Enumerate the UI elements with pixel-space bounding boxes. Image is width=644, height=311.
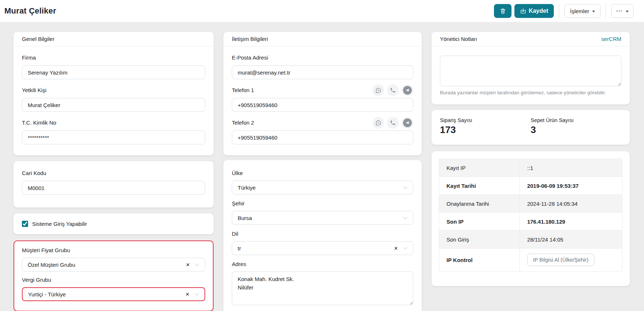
- whatsapp-icon: [375, 87, 382, 94]
- city-field: Şehir Bursa: [232, 200, 413, 225]
- street-address-label: Adres: [232, 261, 413, 267]
- actions-dropdown-label: İşlemler: [570, 8, 589, 14]
- telegram-icon: [403, 118, 412, 127]
- toolbar-separator: [559, 4, 559, 18]
- whatsapp-button[interactable]: [372, 84, 384, 96]
- clear-icon[interactable]: ✕: [183, 292, 192, 297]
- login-permission-label: Sisteme Giriş Yapabilir: [32, 221, 87, 227]
- country-value: Türkiye: [238, 185, 400, 191]
- column-general: Genel Bilgiler Firma Yetkili Kişi T.C. K…: [14, 32, 214, 311]
- contact-info-title: İletişim Bilgileri: [232, 36, 268, 42]
- row-value: 176.41.180.129: [520, 213, 622, 231]
- telegram-button[interactable]: [402, 84, 413, 96]
- telegram-button[interactable]: [402, 117, 413, 129]
- general-info-header: Genel Bilgiler: [14, 32, 214, 46]
- clear-icon[interactable]: ✕: [392, 246, 400, 251]
- country-select[interactable]: Türkiye: [232, 181, 413, 194]
- save-button[interactable]: Kaydet: [514, 4, 554, 18]
- phone2-input[interactable]: [232, 130, 413, 144]
- phone2-field-wrap: Telefon 2: [232, 120, 413, 144]
- chevron-down-icon: [195, 262, 199, 266]
- general-info-title: Genel Bilgiler: [22, 36, 54, 42]
- city-select[interactable]: Bursa: [232, 211, 413, 225]
- row-label: Kayıt Tarihi: [439, 177, 520, 195]
- telegram-icon: [403, 86, 412, 95]
- contact-person-field: Yetkili Kişi: [22, 87, 205, 112]
- table-row: Kayıt Tarihi 2019-06-09 19:53:37: [439, 177, 622, 195]
- price-group-select[interactable]: Özel Müşteri Grubu ✕: [22, 258, 205, 272]
- row-value: IP Bilgisi Al (Ülke/Şehir): [520, 249, 622, 272]
- contact-info-card: İletişim Bilgileri E-Posta Adresi Telefo…: [223, 32, 422, 155]
- row-label: Son IP: [439, 213, 520, 231]
- login-permission-checkbox[interactable]: [22, 221, 28, 227]
- cart-count-value: 3: [531, 124, 622, 136]
- delete-button[interactable]: [494, 4, 511, 18]
- actions-dropdown-button[interactable]: İşlemler: [564, 4, 601, 18]
- table-row: Son Giriş 28/11/24 14:05: [439, 231, 622, 249]
- chevron-down-icon: [403, 215, 407, 219]
- whatsapp-icon: [375, 120, 382, 126]
- city-value: Bursa: [238, 215, 400, 221]
- company-input[interactable]: [22, 65, 205, 79]
- page-title: Murat Çeliker: [4, 6, 56, 16]
- tax-group-field: Vergi Grubu Yurtiçi - Türkiye ✕: [22, 277, 205, 301]
- login-permission-card: Sisteme Giriş Yapabilir: [14, 213, 214, 234]
- admin-notes-helper-text: Burada yazılanlar müşteri tarafından gör…: [440, 90, 621, 95]
- whatsapp-button[interactable]: [372, 117, 384, 129]
- contact-person-input[interactable]: [22, 98, 205, 112]
- row-label: Son Giriş: [439, 231, 520, 249]
- order-count-value: 173: [440, 124, 531, 136]
- admin-notes-title: Yönetici Notları: [440, 36, 477, 42]
- more-dropdown-button[interactable]: ⋯: [611, 4, 633, 18]
- sercrm-link[interactable]: serCRM: [601, 36, 621, 42]
- row-label: IP Kontrol: [439, 249, 520, 272]
- email-field-wrap: E-Posta Adresi: [232, 54, 413, 79]
- phone1-input[interactable]: [232, 98, 413, 112]
- table-row: IP Kontrol IP Bilgisi Al (Ülke/Şehir): [439, 249, 622, 272]
- call-button[interactable]: [387, 84, 399, 96]
- chevron-down-icon: [592, 11, 595, 12]
- chevron-down-icon: [403, 185, 407, 189]
- national-id-field: T.C. Kimlik No: [22, 120, 205, 144]
- account-code-input[interactable]: [22, 181, 205, 195]
- save-icon: [520, 8, 526, 14]
- price-group-value: Özel Müşteri Grubu: [28, 262, 184, 268]
- phone1-actions: [372, 84, 413, 96]
- phone-icon: [390, 87, 396, 93]
- street-address-textarea[interactable]: [232, 272, 413, 305]
- contact-person-label: Yetkili Kişi: [22, 87, 205, 93]
- country-label: Ülke: [232, 170, 413, 176]
- national-id-input[interactable]: [22, 130, 205, 144]
- tax-group-select[interactable]: Yurtiçi - Türkiye ✕: [22, 287, 205, 301]
- tax-group-label: Vergi Grubu: [22, 277, 205, 283]
- activity-card: Kayıt IP ::1 Kayıt Tarihi 2019-06-09 19:…: [432, 151, 630, 286]
- call-button[interactable]: [387, 117, 399, 129]
- account-code-label: Cari Kodu: [22, 170, 205, 176]
- chevron-down-icon: [195, 291, 199, 295]
- toolbar-separator: [606, 4, 606, 18]
- row-value: 2019-06-09 19:53:37: [520, 177, 622, 195]
- column-contact: İletişim Bilgileri E-Posta Adresi Telefo…: [223, 32, 422, 311]
- ellipsis-icon: ⋯: [616, 7, 623, 15]
- language-select[interactable]: tr ✕: [232, 241, 413, 255]
- table-row: Kayıt IP ::1: [439, 159, 622, 177]
- admin-notes-textarea[interactable]: [440, 56, 621, 86]
- company-label: Firma: [22, 54, 205, 61]
- top-bar: Murat Çeliker Kaydet İşlemler: [0, 0, 644, 22]
- row-value: 28/11/24 14:05: [520, 231, 622, 249]
- address-card: Ülke Türkiye Şehir Bursa Dil: [223, 160, 422, 311]
- admin-notes-header: Yönetici Notları serCRM: [432, 32, 630, 46]
- email-field[interactable]: [232, 65, 413, 79]
- row-label: Kayıt IP: [439, 159, 520, 177]
- city-label: Şehir: [232, 200, 413, 206]
- row-value: 2024-11-28 14:05:34: [520, 195, 622, 213]
- ip-lookup-button[interactable]: IP Bilgisi Al (Ülke/Şehir): [527, 254, 594, 266]
- country-field: Ülke Türkiye: [232, 170, 413, 194]
- street-address-field: Adres: [232, 261, 413, 306]
- phone2-actions: [372, 117, 413, 129]
- order-count-stat: Sipariş Sayısı 173: [440, 117, 531, 136]
- phone1-field-wrap: Telefon 1: [232, 87, 413, 112]
- email-label: E-Posta Adresi: [232, 54, 413, 61]
- table-row: Onaylanma Tarihi 2024-11-28 14:05:34: [439, 195, 622, 213]
- clear-icon[interactable]: ✕: [184, 262, 192, 268]
